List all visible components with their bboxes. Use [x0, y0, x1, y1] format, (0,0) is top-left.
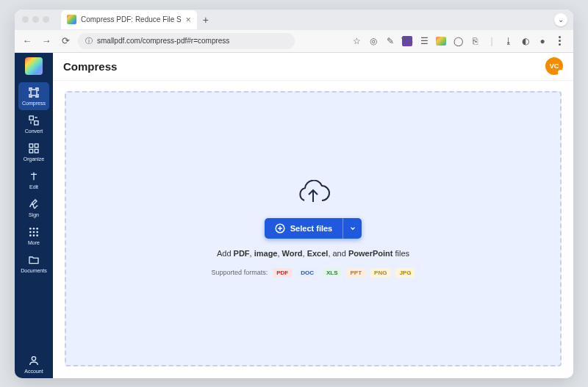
file-dropzone[interactable]: Select files Add PDF, image, Word, Excel…	[65, 91, 562, 366]
star-icon[interactable]: ☆	[351, 36, 362, 46]
sidebar-label: Convert	[25, 129, 43, 134]
reload-button[interactable]: ⟳	[59, 35, 72, 48]
svg-rect-5	[29, 149, 33, 153]
svg-point-15	[36, 234, 38, 236]
smallpdf-logo-icon[interactable]	[25, 57, 43, 75]
app-body: Compress Convert Organize Edit Sign More	[15, 53, 573, 378]
sidebar-label: Compress	[22, 101, 46, 106]
convert-icon	[28, 115, 40, 126]
select-files-label: Select files	[290, 224, 332, 233]
t: PDF	[234, 249, 250, 258]
toolbar-icons: ☆ ◎ ✎ TS ☰ ◯ ⎘ | ⭳ ◐ ●	[351, 36, 567, 46]
main-area: Compress VC Select files	[53, 53, 573, 378]
sidebar-item-sign[interactable]: Sign	[18, 194, 49, 222]
sidebar-label: Account	[24, 369, 43, 374]
sidebar-label: Sign	[29, 212, 39, 217]
svg-point-10	[29, 231, 32, 233]
browser-tab[interactable]: Compress PDF: Reduce File S ×	[61, 10, 197, 29]
t: Word	[282, 249, 303, 258]
url-text: smallpdf.com/compress-pdf#r=compress	[97, 37, 229, 45]
format-png-badge: PNG	[370, 268, 390, 278]
page-title: Compress	[63, 60, 117, 73]
ext-1p-icon[interactable]: ◎	[368, 36, 379, 46]
sidebar-label: Edit	[29, 184, 38, 189]
svg-rect-3	[29, 144, 33, 148]
content: Select files Add PDF, image, Word, Excel…	[53, 81, 573, 378]
organize-icon	[28, 142, 40, 154]
upload-cloud-icon	[295, 180, 331, 208]
sidebar-label: Documents	[21, 268, 46, 273]
sidebar-label: More	[28, 240, 40, 245]
sidebar-item-convert[interactable]: Convert	[18, 110, 49, 138]
svg-point-8	[33, 228, 35, 230]
t: image	[254, 249, 278, 258]
select-files-button[interactable]: Select files	[265, 218, 343, 239]
maximize-window-icon[interactable]	[43, 16, 49, 23]
t: PowerPoint	[348, 249, 393, 258]
t: , and	[328, 249, 348, 258]
ext-sep-icon: |	[487, 36, 497, 46]
svg-point-13	[29, 234, 32, 236]
edit-icon	[28, 170, 40, 182]
ext-ts-icon[interactable]: TS	[402, 36, 412, 46]
new-tab-button[interactable]: +	[197, 14, 215, 26]
sidebar-item-organize[interactable]: Organize	[18, 138, 49, 166]
ext-clip-icon[interactable]: ⎘	[470, 36, 480, 46]
format-xls-badge: XLS	[323, 268, 342, 278]
t: Excel	[307, 249, 329, 258]
sidebar-item-documents[interactable]: Documents	[18, 250, 49, 278]
account-icon	[28, 355, 40, 366]
upload-subtext: Add PDF, image, Word, Excel, and PowerPo…	[217, 249, 409, 258]
back-button[interactable]: ←	[21, 35, 34, 48]
svg-rect-0	[31, 90, 37, 95]
menu-icon[interactable]	[554, 36, 564, 46]
svg-rect-2	[35, 120, 38, 124]
tab-title: Compress PDF: Reduce File S	[81, 15, 182, 23]
download-icon[interactable]: ⭳	[503, 36, 514, 46]
sidebar-item-account[interactable]: Account	[18, 350, 49, 378]
format-ppt-badge: PPT	[346, 268, 365, 278]
supported-formats: Supported formats: PDF DOC XLS PPT PNG J…	[212, 268, 415, 278]
lock-icon: ⓘ	[85, 36, 93, 46]
select-files-group: Select files	[265, 218, 362, 239]
browser-chrome: Compress PDF: Reduce File S × + ⌄ ← → ⟳ …	[15, 10, 573, 53]
svg-point-16	[32, 356, 35, 360]
address-bar-row: ← → ⟳ ⓘ smallpdf.com/compress-pdf#r=comp…	[15, 30, 573, 52]
sidebar-item-compress[interactable]: Compress	[18, 82, 49, 110]
format-doc-badge: DOC	[297, 268, 318, 278]
chevron-down-icon	[349, 225, 356, 232]
close-window-icon[interactable]	[22, 16, 29, 23]
plus-circle-icon	[275, 223, 285, 234]
avatar[interactable]: VC	[545, 57, 563, 75]
t: files	[392, 249, 409, 258]
sidebar-label: Organize	[24, 156, 44, 162]
ext-list-icon[interactable]: ☰	[419, 36, 429, 46]
ext-camera-icon[interactable]: ◯	[453, 36, 463, 46]
forward-button[interactable]: →	[40, 35, 53, 48]
expand-chrome-icon[interactable]: ⌄	[554, 13, 567, 26]
page-header: Compress VC	[53, 53, 573, 81]
svg-rect-4	[35, 144, 38, 148]
sidebar-item-more[interactable]: More	[18, 222, 49, 250]
profile-icon[interactable]: ●	[537, 36, 548, 46]
sign-icon	[28, 198, 40, 210]
ext-shield-icon[interactable]: ◐	[520, 36, 531, 46]
address-bar[interactable]: ⓘ smallpdf.com/compress-pdf#r=compress	[78, 33, 295, 49]
svg-rect-1	[29, 116, 33, 120]
tab-close-icon[interactable]: ×	[186, 15, 191, 25]
svg-point-12	[36, 231, 38, 233]
select-files-dropdown[interactable]	[343, 218, 362, 239]
t: Add	[217, 249, 234, 258]
ext-color-icon[interactable]	[436, 36, 446, 46]
svg-point-14	[33, 234, 35, 236]
format-pdf-badge: PDF	[273, 268, 292, 278]
minimize-window-icon[interactable]	[32, 16, 39, 23]
window-controls	[15, 16, 57, 23]
ext-wand-icon[interactable]: ✎	[385, 36, 395, 46]
more-icon	[28, 226, 40, 238]
svg-rect-6	[35, 149, 38, 153]
browser-window: Compress PDF: Reduce File S × + ⌄ ← → ⟳ …	[15, 10, 573, 378]
svg-point-9	[36, 228, 38, 230]
sidebar-item-edit[interactable]: Edit	[18, 166, 49, 194]
svg-point-7	[29, 228, 32, 230]
